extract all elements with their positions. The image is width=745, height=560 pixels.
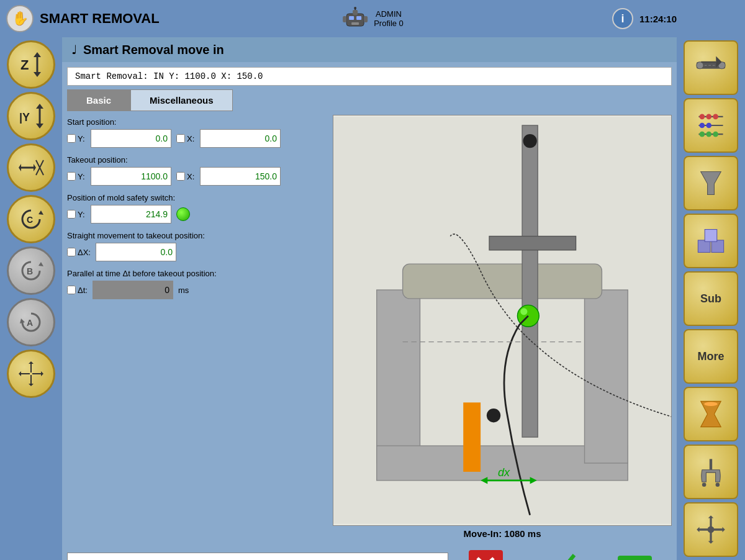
- sidebar-btn-sub[interactable]: Sub: [684, 271, 738, 326]
- svg-text:C: C: [27, 215, 33, 225]
- svg-rect-40: [403, 264, 602, 299]
- cancel-icon: [469, 550, 503, 560]
- parallel-row: Δt: ms: [67, 281, 328, 299]
- straight-movement-label: Straight movement to takeout position:: [67, 231, 328, 240]
- takeout-y-checkbox-label[interactable]: Y:: [67, 172, 86, 181]
- sidebar-btn-gripper[interactable]: [684, 445, 738, 499]
- takeout-y-input[interactable]: [91, 167, 171, 186]
- bottom-bar: Smart Removal move in teachwindow. Cance…: [62, 546, 677, 560]
- svg-marker-11: [34, 52, 41, 57]
- start-y-checkbox[interactable]: [67, 134, 76, 143]
- sidebar-btn-b[interactable]: B: [7, 246, 55, 295]
- help-icon: ?: [618, 556, 652, 560]
- start-x-input[interactable]: [200, 129, 281, 148]
- delta-x-checkbox[interactable]: [67, 248, 76, 256]
- delta-t-input[interactable]: [93, 281, 173, 299]
- start-position-section: Start position: Y: X:: [67, 117, 328, 148]
- help-button[interactable]: ?: [597, 549, 672, 560]
- info-button[interactable]: i: [612, 8, 633, 29]
- start-x-checkbox-label[interactable]: X:: [176, 134, 195, 143]
- start-x-checkbox[interactable]: [176, 134, 185, 143]
- svg-point-74: [713, 132, 718, 137]
- straight-movement-section: Straight movement to takeout position: Δ…: [67, 231, 328, 261]
- svg-point-73: [706, 132, 711, 137]
- takeout-x-input[interactable]: [200, 167, 281, 186]
- tab-area: Basic Miscellaneous: [67, 89, 672, 111]
- start-y-input[interactable]: [91, 129, 171, 148]
- svg-marker-26: [20, 318, 25, 323]
- status-bar: Smart Removal: IN Y: 1100.0 X: 150.0: [67, 67, 672, 86]
- svg-marker-33: [19, 371, 21, 376]
- diagram-container: dx: [333, 115, 672, 526]
- sidebar-btn-x[interactable]: [7, 143, 55, 192]
- svg-point-60: [697, 62, 703, 69]
- svg-point-46: [523, 134, 536, 148]
- svg-point-70: [700, 123, 705, 129]
- svg-rect-37: [377, 290, 420, 463]
- svg-marker-19: [34, 164, 36, 171]
- top-bar-right: i 11:24:10: [612, 8, 677, 29]
- mold-y-checkbox[interactable]: [67, 210, 76, 219]
- delta-t-checkbox-label[interactable]: Δt:: [67, 286, 88, 295]
- motion-diagram: dx: [333, 115, 671, 525]
- svg-point-45: [520, 308, 527, 315]
- parallel-section: Parallel at time Δt before takeout posit…: [67, 269, 328, 299]
- delta-x-input[interactable]: [96, 243, 176, 261]
- takeout-position-row: Y: X:: [67, 167, 328, 186]
- mold-y-input[interactable]: [91, 205, 171, 224]
- svg-text:|Y: |Y: [19, 111, 30, 124]
- sidebar-btn-boxes[interactable]: [684, 214, 738, 268]
- svg-marker-22: [38, 210, 43, 215]
- svg-rect-39: [585, 290, 628, 463]
- top-bar: ✋ SMART REMOVAL ADMIN Profile 0 i 11:24:…: [0, 0, 745, 37]
- ms-label: ms: [178, 286, 189, 295]
- sidebar-btn-y[interactable]: |Y: [7, 92, 55, 140]
- sidebar-btn-funnel[interactable]: [684, 156, 738, 210]
- svg-point-6: [354, 7, 356, 9]
- svg-rect-3: [351, 22, 359, 25]
- cancel-button[interactable]: Cancel: [448, 549, 523, 560]
- sidebar-btn-multi[interactable]: [7, 350, 55, 398]
- sidebar-btn-z[interactable]: Z: [7, 40, 55, 89]
- svg-text:dx: dx: [498, 466, 510, 479]
- main-layout: Z |Y: [0, 37, 745, 560]
- sidebar-btn-conveyor[interactable]: [684, 40, 738, 95]
- diagram-area: dx Move-In: 1080 ms: [333, 115, 672, 541]
- sidebar-btn-timer[interactable]: [684, 387, 738, 441]
- tab-basic[interactable]: Basic: [67, 89, 130, 111]
- takeout-position-section: Takeout position: Y: X:: [67, 155, 328, 186]
- takeout-x-checkbox[interactable]: [176, 172, 185, 181]
- start-y-checkbox-label[interactable]: Y:: [67, 134, 86, 143]
- sidebar-btn-abacus[interactable]: [684, 98, 738, 153]
- svg-point-86: [708, 526, 715, 533]
- ok-button[interactable]: Ok: [523, 549, 597, 560]
- sidebar-btn-c[interactable]: C: [7, 195, 55, 243]
- svg-rect-8: [364, 16, 368, 22]
- svg-marker-35: [41, 371, 43, 376]
- svg-point-68: [706, 114, 711, 120]
- mold-y-checkbox-label[interactable]: Y:: [67, 210, 86, 219]
- start-position-row: Y: X:: [67, 129, 328, 148]
- svg-marker-87: [708, 515, 714, 518]
- sidebar-btn-more[interactable]: More: [684, 329, 738, 384]
- delta-x-checkbox-label[interactable]: ΔX:: [67, 248, 91, 257]
- mold-safety-row: Y:: [67, 205, 328, 224]
- mold-safety-label: Position of mold safety switch:: [67, 193, 328, 202]
- page-header-title: Smart Removal move in: [83, 43, 224, 57]
- takeout-x-checkbox-label[interactable]: X:: [176, 172, 195, 181]
- user-name: ADMIN: [374, 9, 404, 19]
- tab-miscellaneous[interactable]: Miscellaneous: [130, 89, 233, 111]
- sidebar-btn-cross[interactable]: [684, 502, 738, 557]
- svg-marker-88: [708, 541, 714, 543]
- clock: 11:24:10: [639, 14, 677, 24]
- delta-t-checkbox[interactable]: [67, 286, 76, 294]
- svg-rect-41: [522, 125, 538, 437]
- main-panel: Smart Removal: IN Y: 1100.0 X: 150.0 Bas…: [62, 62, 677, 546]
- takeout-y-checkbox[interactable]: [67, 172, 76, 181]
- svg-rect-1: [349, 16, 354, 20]
- left-sidebar: Z |Y: [0, 37, 62, 560]
- svg-rect-48: [463, 402, 481, 472]
- straight-movement-row: ΔX:: [67, 243, 328, 261]
- sidebar-btn-a[interactable]: A: [7, 298, 55, 346]
- svg-rect-78: [705, 230, 717, 242]
